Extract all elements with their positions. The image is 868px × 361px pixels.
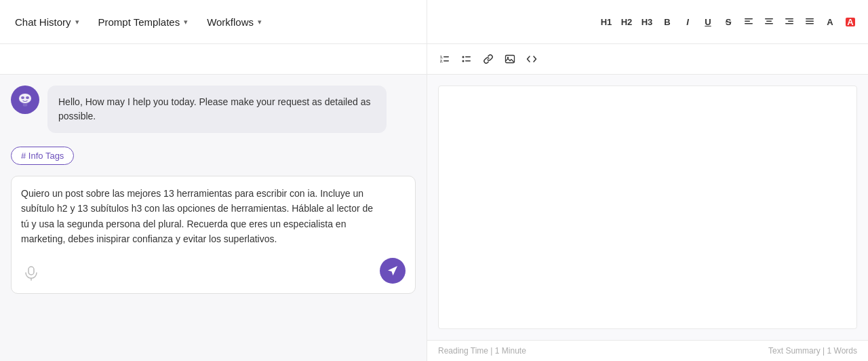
editor-inner[interactable]: [438, 86, 857, 329]
underline-button[interactable]: U: [698, 12, 717, 31]
nav-chat-history[interactable]: Chat History ▾: [5, 11, 89, 33]
svg-rect-17: [465, 56, 471, 58]
bot-message-text: Hello, How may I help you today. Please …: [58, 96, 370, 121]
info-tags-label: # Info Tags: [21, 151, 64, 161]
bot-message: Hello, How may I help you today. Please …: [11, 86, 416, 133]
editor-content-area[interactable]: [427, 75, 868, 340]
h2-button[interactable]: H2: [617, 12, 636, 31]
svg-point-21: [507, 57, 509, 58]
workflows-chevron-icon: ▾: [258, 18, 262, 26]
align-center-button[interactable]: [760, 12, 778, 31]
reading-time: Reading Time | 1 Minute: [438, 346, 526, 356]
svg-rect-4: [766, 21, 772, 22]
italic-button[interactable]: I: [678, 12, 697, 31]
h3-button[interactable]: H3: [637, 12, 656, 31]
text-summary: Text Summary | 1 Words: [768, 346, 857, 356]
svg-point-18: [462, 60, 465, 62]
nav-bar: Chat History ▾ Prompt Templates ▾ Workfl…: [0, 0, 427, 43]
editor-panel: Reading Time | 1 Minute Text Summary | 1…: [427, 75, 868, 361]
h1-button[interactable]: H1: [597, 12, 616, 31]
code-button[interactable]: [522, 50, 541, 69]
chat-history-chevron-icon: ▾: [75, 18, 79, 26]
nav-chat-history-label: Chat History: [15, 16, 71, 28]
nav-prompt-templates-label: Prompt Templates: [98, 16, 180, 28]
text-summary-label: Text Summary |: [768, 346, 825, 356]
svg-rect-7: [788, 21, 793, 22]
bot-avatar: [11, 86, 39, 114]
link-button[interactable]: [479, 50, 498, 69]
user-input-area: [11, 176, 416, 294]
svg-rect-13: [443, 56, 449, 58]
nav-workflows-label: Workflows: [207, 16, 254, 28]
align-justify-button[interactable]: [800, 12, 819, 31]
svg-point-16: [462, 56, 465, 58]
chat-panel: Hello, How may I help you today. Please …: [0, 75, 427, 361]
svg-text:2.: 2.: [440, 59, 443, 63]
editor-toolbar-row2: 1. 2.: [427, 44, 868, 74]
svg-rect-3: [765, 18, 773, 20]
bold-button[interactable]: B: [658, 12, 677, 31]
svg-rect-2: [745, 23, 753, 24]
info-tags-button[interactable]: # Info Tags: [11, 147, 74, 165]
ordered-list-button[interactable]: 1. 2.: [435, 50, 454, 69]
editor-toolbar-row1: H1 H2 H3 B I U S: [427, 0, 868, 43]
svg-rect-10: [806, 21, 814, 22]
svg-rect-6: [785, 18, 793, 20]
send-button[interactable]: [380, 258, 406, 284]
text-color-button[interactable]: A: [821, 12, 840, 31]
mic-button[interactable]: [21, 263, 41, 284]
reading-time-label: Reading Time |: [438, 346, 493, 356]
nav-prompt-templates[interactable]: Prompt Templates ▾: [89, 11, 198, 33]
unordered-list-button[interactable]: [457, 50, 476, 69]
nav-workflows[interactable]: Workflows ▾: [197, 11, 271, 33]
info-tags-row: # Info Tags: [11, 141, 416, 168]
svg-rect-25: [28, 267, 34, 275]
svg-rect-0: [745, 18, 753, 20]
strikethrough-button[interactable]: S: [719, 12, 738, 31]
text-bg-color-button[interactable]: A: [841, 12, 860, 31]
svg-rect-8: [785, 23, 793, 24]
editor-footer: Reading Time | 1 Minute Text Summary | 1…: [427, 340, 868, 361]
svg-rect-9: [806, 18, 814, 20]
svg-rect-1: [745, 21, 750, 22]
reading-time-value: 1 Minute: [495, 346, 526, 356]
svg-rect-15: [443, 60, 449, 62]
user-message-input[interactable]: [21, 186, 381, 281]
text-summary-value: 1 Words: [827, 346, 857, 356]
image-button[interactable]: [500, 50, 519, 69]
align-right-button[interactable]: [780, 12, 799, 31]
svg-rect-5: [765, 23, 773, 24]
toolbar-row2-left-spacer: [0, 44, 427, 74]
bot-bubble: Hello, How may I help you today. Please …: [47, 86, 387, 133]
align-left-button[interactable]: [739, 12, 758, 31]
svg-rect-19: [465, 60, 471, 62]
bot-avatar-icon: [16, 91, 34, 109]
svg-rect-11: [806, 23, 814, 24]
prompt-templates-chevron-icon: ▾: [184, 18, 188, 26]
